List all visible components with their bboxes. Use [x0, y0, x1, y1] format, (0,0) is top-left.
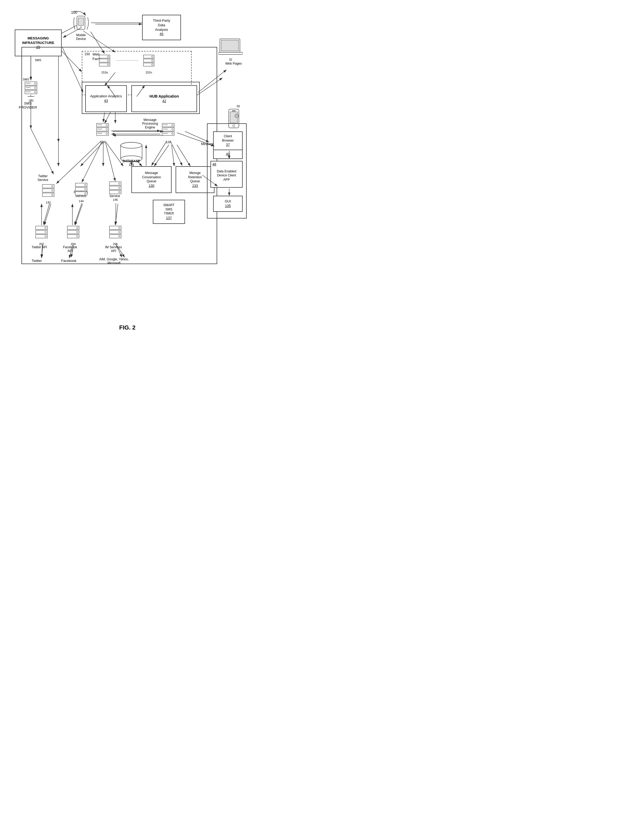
- svg-point-124: [236, 115, 238, 117]
- svg-rect-58: [26, 92, 31, 92]
- sms-provider-label: SMSPROVIDER: [19, 101, 37, 109]
- server-152n: 152n: [142, 54, 156, 74]
- svg-rect-109: [67, 230, 79, 234]
- laptop-ref-label: 32: [219, 58, 243, 61]
- svg-rect-40: [99, 59, 110, 62]
- svg-rect-122: [232, 111, 236, 111]
- svg-rect-55: [26, 87, 31, 88]
- laptop-icon: 32: [219, 38, 243, 61]
- svg-rect-42: [99, 63, 110, 66]
- right-column-box: [207, 123, 247, 218]
- svg-rect-63: [97, 125, 102, 125]
- third-party-ref: 45: [159, 32, 163, 36]
- sms-provider-server: 120: [24, 81, 38, 102]
- svg-rect-87: [43, 193, 54, 197]
- aim-label: AIM, Google, Yahoo,Microsoft: [99, 257, 129, 265]
- svg-rect-105: [36, 235, 47, 238]
- svg-rect-48: [143, 63, 154, 66]
- server-144: 144: [74, 182, 88, 203]
- twitter-bottom-label: Twitter: [32, 259, 42, 263]
- svg-rect-113: [109, 226, 121, 229]
- server-146: 146: [109, 181, 122, 201]
- third-party-box: Third-PartyDataAnalysis 45: [142, 15, 181, 40]
- twitter-api-label: Twitter API: [32, 245, 47, 249]
- messaging-infra-label: MESSAGINGINFRASTRUCTURE: [22, 36, 54, 45]
- mobile-device-icon: MobileDevice: [73, 15, 89, 41]
- twitter-service-label: TwitterService: [38, 174, 48, 182]
- svg-rect-83: [43, 185, 54, 188]
- svg-rect-95: [109, 182, 121, 185]
- server-142: 142: [41, 184, 55, 204]
- svg-rect-44: [143, 55, 154, 58]
- mobile-device-label: MobileDevice: [73, 33, 89, 41]
- svg-rect-66: [97, 129, 102, 129]
- figure-label: FIG. 2: [0, 324, 255, 331]
- server-206: 206: [109, 225, 122, 246]
- msg-retention-label: MessgeRetentionQueue: [188, 171, 202, 184]
- server-125: 125: [95, 122, 110, 144]
- svg-rect-33: [78, 18, 84, 25]
- diagram: 100 MESSAGINGINFRASTRUCTURE 20 SMS SMS M…: [0, 0, 255, 335]
- svg-rect-111: [67, 235, 79, 238]
- svg-rect-93: [75, 192, 87, 195]
- svg-rect-36: [221, 40, 239, 51]
- svg-rect-103: [36, 230, 47, 234]
- svg-rect-101: [36, 226, 47, 229]
- svg-point-82: [121, 142, 142, 148]
- svg-rect-52: [26, 83, 31, 84]
- smart-sms-ref: 137: [166, 216, 172, 220]
- svg-rect-97: [109, 186, 121, 189]
- svg-rect-37: [219, 52, 243, 54]
- facebook-api-label: FacebookAPI: [63, 245, 77, 253]
- server-152n-label: 152n: [142, 71, 156, 74]
- svg-rect-78: [163, 133, 168, 134]
- svg-rect-72: [163, 125, 168, 125]
- svg-rect-75: [163, 129, 168, 129]
- im-api-label: IM ServicesAPI: [105, 245, 122, 253]
- server-128-ref: 128: [161, 141, 176, 144]
- server-146-ref: 146: [109, 198, 122, 201]
- server-128: 128: [161, 122, 176, 144]
- server-144-ref: 144: [74, 199, 88, 203]
- hub-app-box: HUB Application 42: [131, 85, 197, 112]
- app-analytics-ref: 43: [104, 99, 108, 103]
- msg-retention-ref: 133: [192, 184, 198, 188]
- hub-app-ref: 42: [162, 99, 166, 104]
- third-party-label: Third-PartyDataAnalysis: [153, 19, 170, 32]
- server-125-ref: 125: [95, 141, 110, 144]
- server-142-ref: 142: [41, 201, 55, 204]
- app-analytics-box: Application Analytics 43: [85, 85, 127, 112]
- svg-rect-99: [109, 190, 121, 194]
- server-152a: 152a: [98, 54, 111, 74]
- svg-rect-46: [143, 59, 154, 62]
- server-202: 202: [35, 225, 48, 246]
- web-farm-ref: 150: [84, 52, 90, 56]
- svg-rect-85: [43, 189, 54, 192]
- app-analytics-label: Application Analytics: [90, 94, 122, 99]
- svg-rect-38: [99, 55, 110, 58]
- server-204: 204: [66, 225, 80, 246]
- smart-sms-label: SMARTSMSTIMER: [163, 203, 175, 216]
- svg-rect-107: [67, 226, 79, 229]
- svg-rect-89: [75, 183, 87, 186]
- msg-conv-queue-ref: 130: [148, 184, 155, 188]
- hub-app-label: HUB Application: [150, 94, 179, 99]
- database-label: DATABASE: [119, 159, 143, 163]
- facebook-bottom-label: Facebook: [61, 259, 76, 263]
- svg-rect-69: [97, 133, 102, 134]
- svg-rect-91: [75, 188, 87, 191]
- svg-rect-115: [109, 230, 121, 234]
- svg-rect-117: [109, 235, 121, 238]
- web-pages-label: Web Pages: [225, 62, 242, 65]
- server-dotted-line: [117, 60, 138, 61]
- msg-processing-label: MessageProcessingEngine: [142, 118, 158, 129]
- server-152a-label: 152a: [98, 71, 111, 74]
- msg-conv-queue-label: MessageConversationQueue: [142, 171, 161, 184]
- database-cylinder: DATABASE 126: [119, 142, 143, 167]
- smart-sms-box: SMARTSMSTIMER 137: [153, 200, 185, 224]
- msg-conv-queue-box: MessageConversationQueue 130: [131, 166, 172, 193]
